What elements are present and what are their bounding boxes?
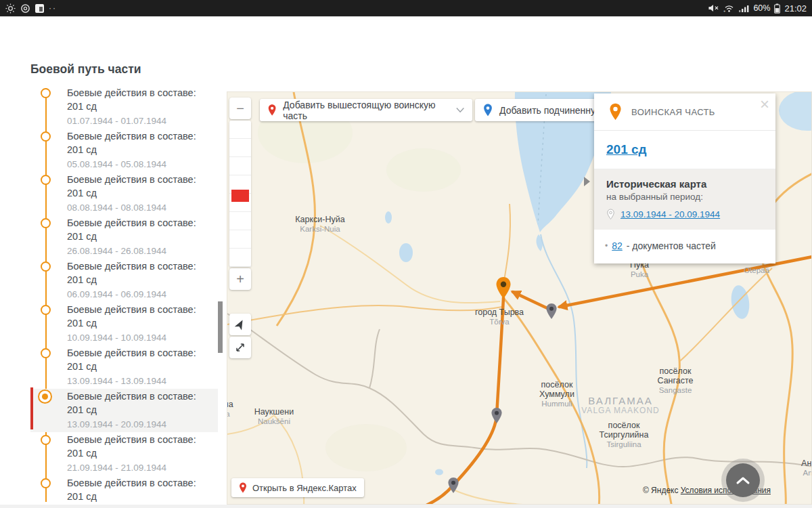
zoom-step[interactable] [229,230,251,249]
timeline-item[interactable]: Боевые действия в составе: 201 сд10.09.1… [30,302,218,345]
fullscreen-icon [233,341,247,354]
blue-pin-icon [483,104,493,117]
timeline-item-title: Боевые действия в составе: 201 сд [67,476,212,503]
timeline-radio[interactable] [41,478,51,488]
timeline-item-dates: 05.08.1944 - 05.08.1944 [67,158,212,171]
add-superior-unit-button[interactable]: Добавить вышестоящую воинскую часть [260,99,472,121]
timeline-item-dates: 13.09.1944 - 20.09.1944 [67,418,212,431]
unit-link[interactable]: 201 сд [606,142,647,157]
timeline-item[interactable]: Боевые действия в составе: 201 сд26.08.1… [30,215,218,259]
timeline-radio[interactable] [41,88,51,98]
place-name-ru: посёлок [657,366,693,376]
place-name-latin: Hummuli [539,399,574,408]
app-notification-icon [35,4,44,13]
timeline-radio[interactable] [41,348,51,358]
timeline-item[interactable]: Боевые действия в составе: 201 сд13.09.1… [30,345,218,389]
status-bar: ·· + 60% [0,0,812,17]
timeline-item-title: Боевые действия в составе: 201 сд [67,389,212,417]
battle-path-screen: ·· + 60% [0,0,812,508]
chevron-up-icon [734,475,752,486]
scroll-to-top-button[interactable] [726,463,760,497]
timeline-radio[interactable] [41,261,51,272]
timeline-item[interactable]: Боевые действия в составе: 201 сд06.09.1… [30,259,218,302]
place-name-latin: Otepää [744,266,769,275]
zoom-out-button[interactable]: − [229,98,251,119]
zoom-in-button[interactable]: + [229,268,251,290]
map-canvas[interactable]: Каркси-НуйаKarksi-Nuiaгород ТырваTõrvaпо… [227,91,812,505]
timeline-item[interactable]: Боевые действия в составе: 201 сд21.09.1… [30,432,218,475]
timeline-radio[interactable] [41,305,51,315]
map-place-label: посёлокСангастеSangaste [657,366,693,395]
zoom-step[interactable] [229,121,251,139]
timeline-item[interactable]: Боевые действия в составе: 201 сд [30,475,218,505]
timeline-item-title: Боевые действия в составе: 201 сд [67,259,212,287]
period-link[interactable]: 13.09.1944 - 20.09.1944 [621,209,720,219]
battery-icon [774,3,780,14]
timeline-radio[interactable] [41,175,51,185]
docs-suffix: - документов частей [627,240,716,251]
zoom-step[interactable] [229,212,251,230]
place-name-ru: ВАЛГАМАА [581,396,659,406]
zoom-step[interactable] [229,249,251,267]
battery-percent: 60% [753,3,770,13]
timeline-item-dates: 21.09.1944 - 21.09.1944 [67,461,212,474]
add-subordinate-unit-label: Добавить подчиненну [499,105,595,116]
panel-header-label: ВОИНСКАЯ ЧАСТЬ [631,107,715,117]
gray-outline-pin-icon [606,209,615,220]
map-place-label: НаукшениNaukšēni [254,407,294,426]
timeline-item-title: Боевые действия в составе: 201 сд [67,216,212,243]
place-name-latin: Naukšēni [254,417,294,426]
zoom-step[interactable] [229,139,251,157]
timeline-radio[interactable] [41,218,51,228]
geolocate-button[interactable] [229,314,251,335]
geolocate-icon [233,318,247,331]
chevron-down-icon [456,107,464,113]
red-pin-icon [268,104,276,117]
timeline-item[interactable]: Боевые действия в составе: 201 сд13.09.1… [30,389,218,432]
mute-icon [708,3,719,13]
zoom-level-marker[interactable] [231,190,249,202]
map-place-label: ВАЛГАМААVALGA MAAKOND [581,396,659,415]
zoom-control: − + [229,98,251,290]
brightness-icon [5,3,16,14]
svg-text:+: + [723,9,726,13]
fullscreen-button[interactable] [229,337,251,358]
open-in-yandex-button[interactable]: Открыть в Яндекс.Картах [231,478,364,497]
zoom-step[interactable] [229,157,251,175]
timeline-list: Боевые действия в составе: 201 сд01.07.1… [30,88,218,505]
place-name-latin: Karksi-Nuia [295,224,344,234]
unit-info-panel: ВОИНСКАЯ ЧАСТЬ × 201 сд Историческая кар… [594,93,775,263]
timeline-item[interactable]: Боевые действия в составе: 201 сд05.08.1… [30,129,218,172]
timeline-item-title: Боевые действия в составе: 201 сд [67,173,212,200]
place-name-ru: мена [227,400,233,409]
panel-expander-arrow[interactable] [584,177,590,186]
signal-icon [739,3,749,13]
timeline-radio[interactable] [41,435,51,445]
timeline-item-title: Боевые действия в составе: 201 сд [67,129,212,156]
historical-map-subtitle: на выбранный период: [606,192,763,202]
timeline-item-dates: 26.08.1944 - 26.08.1944 [67,245,212,257]
docs-count-link[interactable]: 82 [612,240,623,251]
place-name-latin: Puka [630,270,649,279]
zoom-scale[interactable] [229,121,251,267]
bullet: • [605,241,608,251]
place-name-ru: Хуммули [539,389,574,399]
footer-strip [0,505,812,508]
place-name-ru: Анто [801,459,812,468]
timeline-item-dates: 10.09.1944 - 10.09.1944 [67,331,212,344]
place-name-ru: Сангасте [657,376,693,385]
timeline-radio[interactable] [38,389,52,404]
close-icon[interactable]: × [760,95,769,114]
timeline-item-dates: 08.08.1944 - 08.08.1944 [67,201,212,214]
timeline-item[interactable]: Боевые действия в составе: 201 сд08.08.1… [30,172,218,215]
sidebar-scrollbar-thumb[interactable] [218,301,223,353]
place-name-latin: Tsirguliina [600,440,649,449]
timeline-sidebar[interactable]: Боевые действия в составе: 201 сд01.07.1… [30,88,218,505]
timeline-item-dates: 06.09.1944 - 06.09.1944 [67,288,212,301]
map-place-label: АнтоAnts [801,459,812,478]
timeline-radio[interactable] [41,131,51,142]
place-name-ru: город Тырва [475,308,524,317]
timeline-item-dates: 01.07.1944 - 01.07.1944 [67,114,212,127]
place-name-ru: посёлок [539,380,574,389]
timeline-item[interactable]: Боевые действия в составе: 201 сд01.07.1… [30,88,218,129]
